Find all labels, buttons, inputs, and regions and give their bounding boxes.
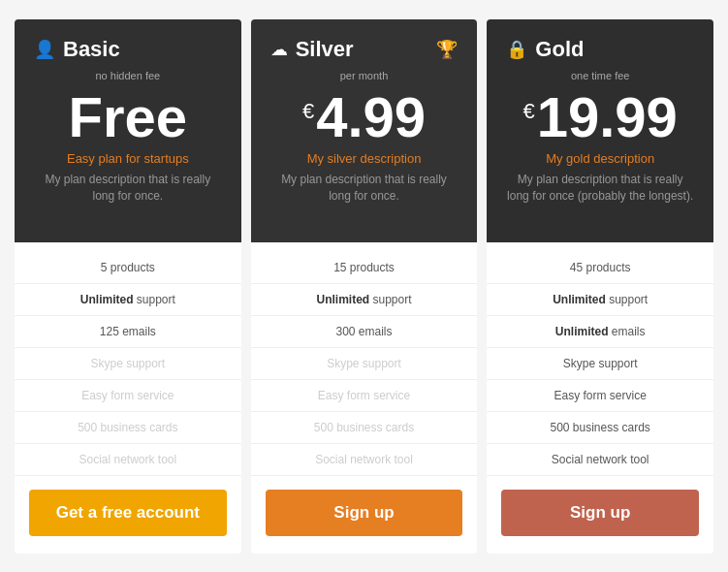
gold-feature-3: Skype support bbox=[487, 348, 713, 380]
silver-price: 4.99 bbox=[316, 89, 426, 145]
silver-title-row: ☁Silver🏆 bbox=[270, 37, 459, 62]
gold-feature-6: Social network tool bbox=[487, 444, 713, 476]
silver-icon: ☁ bbox=[270, 39, 288, 60]
gold-price-row: €19.99 bbox=[506, 89, 694, 145]
silver-feature-5: 500 business cards bbox=[251, 412, 478, 444]
basic-feature-5: 500 business cards bbox=[15, 412, 241, 444]
basic-feature-6: Social network tool bbox=[15, 444, 241, 476]
silver-button-container: Sign up bbox=[251, 476, 478, 554]
silver-feature-4: Easy form service bbox=[251, 380, 478, 412]
gold-feature-1: Unlimited support bbox=[487, 284, 713, 316]
silver-features: 15 productsUnlimited support300 emailsSk… bbox=[251, 242, 478, 476]
silver-feature-0: 15 products bbox=[251, 252, 478, 284]
pricing-container: 👤Basicno hidden feeFreeEasy plan for sta… bbox=[0, 0, 728, 572]
gold-button-container: Sign up bbox=[487, 476, 713, 554]
gold-description: My plan description that is really long … bbox=[506, 172, 694, 205]
basic-feature-3: Skype support bbox=[15, 348, 241, 380]
plan-basic: 👤Basicno hidden feeFreeEasy plan for sta… bbox=[15, 19, 241, 554]
silver-feature-6: Social network tool bbox=[251, 444, 478, 476]
silver-fee-label: per month bbox=[270, 70, 459, 81]
basic-button-container: Get a free account bbox=[15, 476, 241, 554]
plan-gold: 🔒Goldone time fee€19.99My gold descripti… bbox=[487, 19, 713, 554]
basic-fee-label: no hidden fee bbox=[34, 70, 222, 81]
basic-feature-1: Unlimited support bbox=[15, 284, 241, 316]
basic-description: My plan description that is really long … bbox=[34, 172, 222, 205]
basic-signup-button[interactable]: Get a free account bbox=[29, 490, 227, 536]
basic-tagline: Easy plan for startups bbox=[34, 151, 222, 166]
gold-signup-button[interactable]: Sign up bbox=[501, 490, 699, 536]
silver-price-row: €4.99 bbox=[270, 89, 459, 145]
gold-icon: 🔒 bbox=[506, 39, 527, 60]
basic-name: Basic bbox=[63, 37, 120, 62]
gold-header: 🔒Goldone time fee€19.99My gold descripti… bbox=[487, 19, 713, 242]
gold-fee-label: one time fee bbox=[506, 70, 694, 81]
silver-feature-1: Unlimited support bbox=[251, 284, 478, 316]
basic-title-row: 👤Basic bbox=[34, 37, 222, 62]
gold-feature-0: 45 products bbox=[487, 252, 713, 284]
plan-silver: ☁Silver🏆per month€4.99My silver descript… bbox=[251, 19, 478, 554]
basic-feature-4: Easy form service bbox=[15, 380, 241, 412]
basic-price-row: Free bbox=[34, 89, 222, 145]
gold-tagline: My gold description bbox=[506, 151, 694, 166]
gold-title-row: 🔒Gold bbox=[506, 37, 694, 62]
basic-feature-2: 125 emails bbox=[15, 316, 241, 348]
basic-features: 5 productsUnlimited support125 emailsSky… bbox=[15, 242, 241, 476]
basic-icon: 👤 bbox=[34, 39, 55, 60]
silver-description: My plan description that is really long … bbox=[270, 172, 459, 205]
gold-currency: € bbox=[522, 99, 534, 124]
gold-feature-4: Easy form service bbox=[487, 380, 713, 412]
gold-feature-2: Unlimited emails bbox=[487, 316, 713, 348]
silver-currency: € bbox=[302, 99, 314, 124]
silver-badge: 🏆 bbox=[436, 39, 458, 60]
basic-header: 👤Basicno hidden feeFreeEasy plan for sta… bbox=[15, 19, 241, 242]
basic-price: Free bbox=[69, 89, 188, 145]
silver-feature-3: Skype support bbox=[251, 348, 478, 380]
silver-signup-button[interactable]: Sign up bbox=[266, 490, 463, 536]
silver-header: ☁Silver🏆per month€4.99My silver descript… bbox=[251, 19, 478, 242]
gold-name: Gold bbox=[535, 37, 584, 62]
silver-feature-2: 300 emails bbox=[251, 316, 478, 348]
silver-name: Silver bbox=[296, 37, 354, 62]
gold-features: 45 productsUnlimited supportUnlimited em… bbox=[487, 242, 713, 476]
basic-feature-0: 5 products bbox=[15, 252, 241, 284]
silver-tagline: My silver description bbox=[270, 151, 459, 166]
gold-price: 19.99 bbox=[537, 89, 678, 145]
gold-feature-5: 500 business cards bbox=[487, 412, 713, 444]
